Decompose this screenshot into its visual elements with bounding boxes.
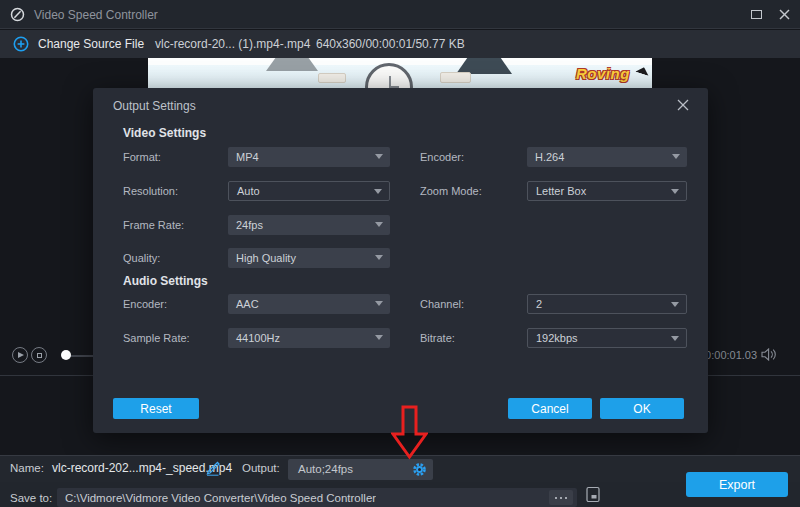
export-button[interactable]: Export [686,472,788,497]
frame-rate-value: 24fps [236,219,263,231]
close-button[interactable] [770,0,798,29]
format-dropdown[interactable]: MP4 [228,147,390,167]
change-source-button[interactable]: Change Source File [13,35,173,55]
sample-rate-dropdown[interactable]: 44100Hz [228,328,390,348]
audio-encoder-label: Encoder: [123,298,167,310]
stop-button[interactable] [31,347,47,363]
sample-rate-label: Sample Rate: [123,332,190,344]
channel-value: 2 [536,298,542,310]
zoom-mode-label: Zoom Mode: [420,185,482,197]
save-to-bar: Save to: C:\Vidmore\Vidmore Video Conver… [0,482,800,507]
chevron-down-icon [671,336,679,341]
ok-label: OK [633,402,650,416]
seek-handle[interactable] [61,350,71,360]
ellipsis-icon [555,497,557,499]
chevron-down-icon [375,154,383,159]
chevron-down-icon [375,255,383,260]
close-icon [779,9,790,20]
ok-button[interactable]: OK [600,398,684,419]
format-value: MP4 [236,151,259,163]
reset-label: Reset [140,402,171,416]
pencil-icon[interactable] [204,460,221,477]
bitrate-dropdown[interactable]: 192kbps [527,328,687,348]
resolution-value: Auto [237,185,260,197]
frame-rate-dropdown[interactable]: 24fps [228,215,390,235]
video-encoder-value: H.264 [535,151,564,163]
channel-dropdown[interactable]: 2 [527,294,687,314]
browse-button[interactable] [549,490,573,505]
quality-dropdown[interactable]: High Quality [228,248,390,268]
zoom-mode-value: Letter Box [536,185,586,197]
output-profile-box[interactable]: Auto;24fps [288,459,433,480]
stop-icon [37,353,42,358]
audio-settings-header: Audio Settings [123,274,208,288]
save-path-input[interactable]: C:\Vidmore\Vidmore Video Converter\Video… [57,488,577,507]
source-file-info: 640x360/00:00:01/50.77 KB [316,37,465,51]
reset-button[interactable]: Reset [113,398,199,419]
preview-ceiling [148,58,652,65]
dialog-close-button[interactable] [674,96,692,114]
gear-icon[interactable] [412,462,427,477]
video-settings-header: Video Settings [123,126,206,140]
chevron-down-icon [374,189,382,194]
source-toolbar: Change Source File vlc-record-20... (1).… [0,30,800,58]
change-source-label: Change Source File [38,37,144,51]
quality-label: Quality: [123,252,160,264]
frame-rate-label: Frame Rate: [123,219,184,231]
play-button[interactable] [12,347,28,363]
graduation-cap-icon [635,65,650,76]
chevron-down-icon [375,222,383,227]
chevron-down-icon [375,301,383,306]
chevron-down-icon [671,189,679,194]
book-stack [318,73,346,83]
resolution-label: Resolution: [123,185,178,197]
titlebar: Video Speed Controller [0,0,800,29]
format-label: Format: [123,151,161,163]
export-label: Export [719,478,755,492]
channel-label: Channel: [420,298,464,310]
chevron-down-icon [375,335,383,340]
name-label: Name: [10,462,44,474]
cancel-label: Cancel [531,402,568,416]
bitrate-value: 192kbps [536,332,578,344]
video-encoder-dropdown[interactable]: H.264 [527,147,687,167]
bitrate-label: Bitrate: [420,332,455,344]
window-title: Video Speed Controller [34,8,158,22]
red-arrow-annotation [391,404,428,461]
maximize-button[interactable] [742,0,770,29]
chevron-down-icon [671,302,679,307]
close-icon [677,99,689,111]
chevron-down-icon [672,154,680,159]
app-window: Video Speed Controller Change Source Fil… [0,0,800,507]
book-stack [440,72,471,83]
save-path-value: C:\Vidmore\Vidmore Video Converter\Video… [65,492,376,504]
video-logo-text: Roving [576,65,630,82]
output-label: Output: [242,462,280,474]
dialog-title: Output Settings [113,99,196,113]
maximize-icon [751,10,762,19]
save-to-label: Save to: [10,492,52,504]
speaker-icon[interactable] [761,348,777,361]
output-settings-dialog: Output Settings Video Settings Format: M… [93,88,708,433]
resolution-dropdown[interactable]: Auto [228,181,390,201]
plus-circle-icon [13,36,29,52]
quality-value: High Quality [236,252,296,264]
sample-rate-value: 44100Hz [236,332,280,344]
audio-encoder-dropdown[interactable]: AAC [228,294,390,314]
play-icon [18,352,24,358]
source-filename: vlc-record-20... (1).mp4-.mp4 [155,37,310,51]
video-encoder-label: Encoder: [420,151,464,163]
zoom-mode-dropdown[interactable]: Letter Box [527,181,687,201]
audio-encoder-value: AAC [236,298,259,310]
cancel-button[interactable]: Cancel [508,398,592,419]
open-folder-icon[interactable] [585,486,601,503]
output-profile-value: Auto;24fps [298,463,353,475]
app-logo-icon [10,7,25,22]
